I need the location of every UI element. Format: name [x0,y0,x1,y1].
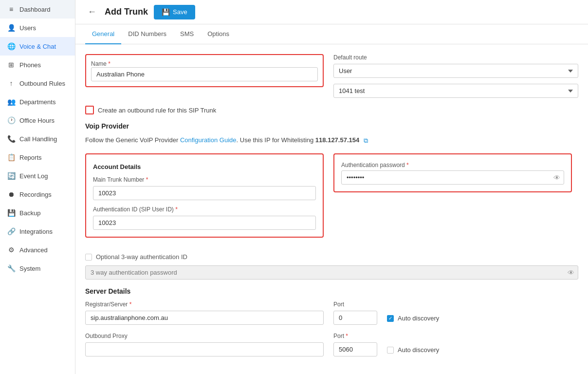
content-area: GeneralDID NumbersSMSOptions Name * Defa… [75,24,588,374]
port-input[interactable] [333,311,377,325]
save-label: Save [173,8,187,16]
auth-password-label: Authentication password * [341,162,409,168]
office-hours-label: Office Hours [19,117,55,124]
optional-3way-checkbox[interactable] [85,254,92,261]
header: ← Add Trunk 💾 Save [75,0,588,24]
outbound-proxy-group: Outbound Proxy [85,333,324,356]
auto-discovery-row: Auto discovery [387,315,439,325]
advanced-icon: ⚙ [7,245,16,254]
sidebar-item-reports[interactable]: 📋Reports [0,148,75,167]
save-icon: 💾 [162,8,170,16]
departments-icon: 👥 [7,97,16,106]
sidebar-item-system[interactable]: 🔧System [0,259,75,278]
outbound-auto-discovery-checkbox[interactable] [387,347,394,354]
integrations-icon: 🔗 [7,227,16,236]
sidebar-item-call-handling[interactable]: 📞Call Handling [0,130,75,148]
main-content: ← Add Trunk 💾 Save GeneralDID NumbersSMS… [75,0,588,374]
sidebar-item-backup[interactable]: 💾Backup [0,204,75,222]
sidebar-item-phones[interactable]: ⊞Phones [0,56,75,74]
departments-label: Departments [19,98,55,106]
outbound-port-input[interactable] [333,342,377,356]
three-way-password-input[interactable] [85,265,578,280]
sidebar-item-departments[interactable]: 👥Departments [0,93,75,111]
auto-discovery-label: Auto discovery [398,315,439,322]
call-handling-icon: 📞 [7,134,16,143]
backup-icon: 💾 [7,208,16,217]
sidebar-item-voice-chat[interactable]: 🌐Voice & Chat [0,37,75,56]
system-label: System [19,265,40,272]
outbound-port-group: Port * [333,333,377,356]
outbound-proxy-label: Outbound Proxy [85,333,324,339]
outbound-rules-icon: ↑ [7,79,16,88]
password-visibility-icon[interactable]: 👁 [553,174,560,182]
auth-id-input[interactable] [93,216,316,230]
sub-route-select[interactable]: 1041 test [333,84,578,98]
account-auth-row: Account Details Main Trunk Number * Auth… [85,153,578,245]
auto-discovery-checkbox[interactable] [387,315,394,322]
port-group: Port [333,301,377,325]
tab-sms[interactable]: SMS [173,24,201,44]
system-icon: 🔧 [7,264,16,273]
sidebar-item-dashboard[interactable]: ≡Dashboard [0,0,75,19]
optional-3way-row: Optional 3-way authentication ID [85,253,578,261]
recordings-label: Recordings [19,191,52,198]
sidebar-item-event-log[interactable]: 🔄Event Log [0,167,75,185]
registrar-group: Registrar/Server * [85,301,324,325]
auth-password-box: Authentication password * 👁 [333,153,572,192]
copy-ip-icon[interactable]: ⧉ [361,136,371,146]
outbound-rules-label: Outbound Rules [19,80,65,87]
sidebar-item-users[interactable]: 👤Users [0,19,75,37]
dashboard-icon: ≡ [7,5,16,14]
registrar-input[interactable] [85,311,324,325]
tab-options[interactable]: Options [201,24,236,44]
save-button[interactable]: 💾 Save [154,5,195,19]
create-outbound-row: Create an outbound rule for this SIP Tru… [85,106,578,114]
main-trunk-number-group: Main Trunk Number * [93,176,316,200]
account-details-title: Account Details [93,163,316,170]
outbound-auto-discovery-label: Auto discovery [398,346,439,354]
tab-general[interactable]: General [85,24,121,44]
tab-did-numbers[interactable]: DID Numbers [121,24,173,44]
config-guide-link[interactable]: Configuration Guide [180,136,237,144]
three-way-eye-icon[interactable]: 👁 [568,269,574,277]
voice-chat-label: Voice & Chat [19,43,56,50]
auth-id-label: Authentication ID (SIP User ID) * [93,206,316,213]
voice-chat-icon: 🌐 [7,42,16,51]
outbound-proxy-input[interactable] [85,342,324,356]
server-details-title: Server Details [85,287,578,295]
name-label: Name * [91,60,110,67]
users-label: Users [19,24,36,32]
three-way-password-group: 👁 [85,265,578,280]
server-details-section: Server Details Registrar/Server * Port [85,287,578,356]
reports-label: Reports [19,154,42,161]
default-route-select[interactable]: User [333,64,578,78]
sidebar-item-recordings[interactable]: ⏺Recordings [0,185,75,204]
name-input[interactable] [91,67,318,81]
auth-id-group: Authentication ID (SIP User ID) * [93,206,316,230]
outbound-proxy-row: Outbound Proxy Port * Auto discovery [85,333,578,356]
form-content: Name * Default route User 1041 test [75,44,588,374]
three-way-input-wrapper: 👁 [85,265,578,280]
sidebar-item-office-hours[interactable]: 🕐Office Hours [0,111,75,130]
phones-label: Phones [19,61,41,69]
dashboard-label: Dashboard [19,6,51,13]
integrations-label: Integrations [19,228,53,235]
default-route-label: Default route [333,54,578,61]
sidebar: ≡Dashboard👤Users🌐Voice & Chat⊞Phones↑Out… [0,0,75,374]
name-field-box: Name * [85,54,324,87]
event-log-icon: 🔄 [7,171,16,180]
back-button[interactable]: ← [85,5,99,19]
create-outbound-label: Create an outbound rule for this SIP Tru… [98,107,216,114]
voip-ip: 118.127.57.154 [315,136,359,144]
sidebar-item-outbound-rules[interactable]: ↑Outbound Rules [0,74,75,93]
sidebar-item-advanced[interactable]: ⚙Advanced [0,241,75,259]
tabs: GeneralDID NumbersSMSOptions [75,24,588,44]
main-trunk-number-input[interactable] [93,186,316,200]
name-route-row: Name * Default route User 1041 test [85,54,578,98]
sidebar-item-integrations[interactable]: 🔗Integrations [0,222,75,241]
auth-password-input[interactable] [341,170,564,185]
port-label: Port [333,301,377,308]
office-hours-icon: 🕐 [7,116,16,125]
optional-3way-label: Optional 3-way authentication ID [96,253,187,261]
create-outbound-checkbox[interactable] [85,106,94,114]
